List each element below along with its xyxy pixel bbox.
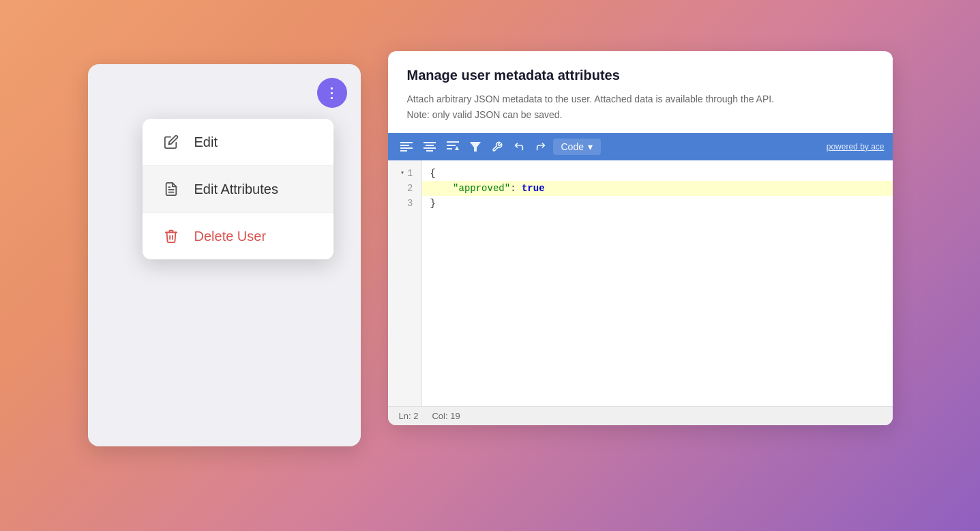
svg-rect-2 [400, 142, 413, 143]
three-dot-icon: ⋮ [325, 85, 339, 101]
code-dropdown-button[interactable]: Code ▾ [553, 139, 601, 155]
left-panel: ⋮ Edit Edit At [88, 64, 361, 446]
line-numbers: ▾ 1 2 3 [388, 160, 422, 406]
three-dot-button[interactable]: ⋮ [317, 78, 347, 108]
pencil-icon [162, 132, 181, 152]
line-number-3: 3 [388, 196, 421, 211]
code-line-2: "approved": true [422, 181, 893, 196]
menu-item-delete-user[interactable]: Delete User [143, 213, 333, 259]
status-bar: Ln: 2 Col: 19 [388, 406, 893, 425]
line-number-1: ▾ 1 [388, 166, 421, 181]
status-line: Ln: 2 [399, 411, 419, 421]
svg-rect-9 [426, 150, 433, 152]
svg-rect-4 [400, 147, 413, 149]
code-editor-content[interactable]: { "approved": true } [422, 160, 893, 406]
svg-rect-7 [426, 145, 434, 146]
toolbar-align-left-button[interactable] [396, 139, 417, 154]
toolbar-sort-button[interactable] [443, 139, 463, 155]
right-panel: Manage user metadata attributes Attach a… [388, 51, 893, 425]
panel-title: Manage user metadata attributes [407, 68, 874, 83]
toolbar-wrench-button[interactable] [488, 139, 507, 155]
svg-rect-3 [400, 145, 409, 146]
powered-by-ace-link[interactable]: powered by ace [827, 142, 885, 152]
edit-attributes-label: Edit Attributes [194, 182, 278, 197]
editor-toolbar: Code ▾ powered by ace [388, 133, 893, 160]
status-col: Col: 19 [432, 411, 460, 421]
svg-rect-6 [424, 142, 436, 143]
code-line-3: } [422, 196, 893, 211]
editor-body[interactable]: ▾ 1 2 3 { "approved": true } [388, 160, 893, 406]
svg-marker-14 [470, 142, 481, 152]
delete-user-label: Delete User [194, 229, 267, 244]
code-dropdown-label: Code [561, 141, 584, 152]
menu-item-edit[interactable]: Edit [143, 119, 333, 166]
svg-rect-11 [447, 145, 456, 146]
panel-header: Manage user metadata attributes Attach a… [388, 51, 893, 133]
svg-rect-12 [447, 148, 452, 149]
code-line-1: { [422, 166, 893, 181]
panel-description: Attach arbitrary JSON metadata to the us… [407, 91, 874, 122]
trash-icon [162, 227, 181, 246]
svg-marker-13 [455, 146, 459, 150]
svg-rect-5 [400, 150, 407, 152]
toolbar-align-center-button[interactable] [419, 139, 440, 154]
line-arrow-1: ▾ [400, 166, 404, 181]
dropdown-menu: Edit Edit Attributes [143, 119, 333, 259]
toolbar-redo-button[interactable] [531, 139, 550, 155]
menu-item-edit-attributes[interactable]: Edit Attributes [143, 166, 333, 213]
svg-rect-10 [447, 141, 459, 143]
code-dropdown-arrow: ▾ [588, 141, 593, 152]
toolbar-filter-button[interactable] [466, 139, 485, 154]
edit-label: Edit [194, 134, 218, 150]
svg-rect-8 [424, 147, 436, 149]
document-icon [162, 180, 181, 199]
line-number-2: 2 [388, 181, 421, 196]
toolbar-undo-button[interactable] [509, 139, 529, 155]
